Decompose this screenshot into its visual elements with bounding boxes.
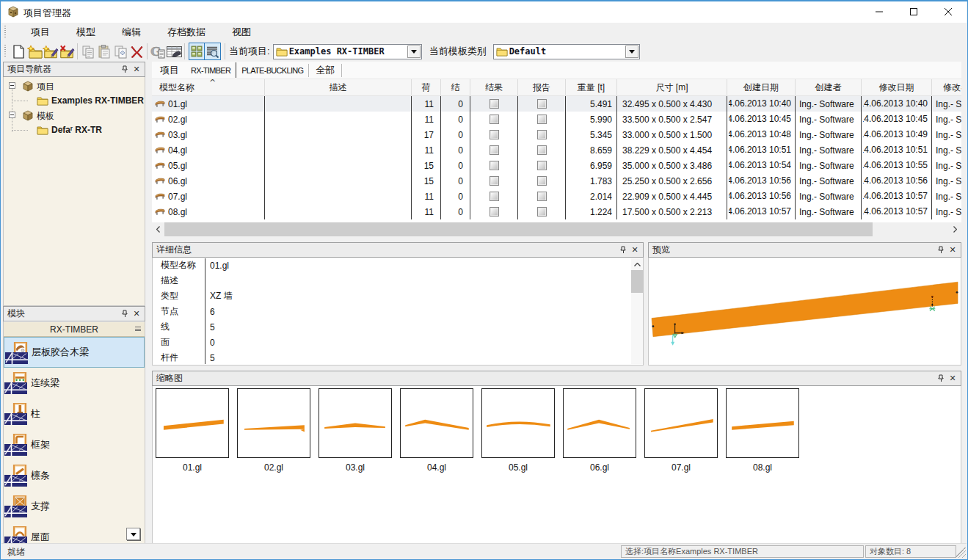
copy-button[interactable] xyxy=(80,43,96,60)
pin-icon[interactable] xyxy=(935,373,947,384)
table-row[interactable]: 05.gl 15 0 6.959 35.000 x 0.500 x 3.486 … xyxy=(152,158,961,173)
thumbnail-image[interactable] xyxy=(481,388,555,458)
column-header-modified[interactable]: 修改日期 xyxy=(862,79,932,95)
thumbnail-image[interactable] xyxy=(237,388,310,458)
results-checkbox[interactable] xyxy=(490,145,499,155)
modules-menu-icon[interactable] xyxy=(135,327,141,332)
new-model-button[interactable] xyxy=(26,43,43,60)
module-item[interactable]: 支撑 xyxy=(4,491,145,522)
thumbnail-image[interactable] xyxy=(319,388,392,458)
report-checkbox[interactable] xyxy=(537,99,547,109)
thumbnail-image[interactable] xyxy=(400,388,473,458)
thumbnail-item[interactable]: 01.gl xyxy=(156,388,237,473)
column-header-modifier[interactable]: 修改者 xyxy=(932,79,961,95)
pin-icon[interactable] xyxy=(935,244,947,255)
thumbnail-image[interactable] xyxy=(156,388,229,458)
module-item[interactable]: 柱 xyxy=(4,399,145,429)
thumbnail-image[interactable] xyxy=(726,388,799,458)
delete-model-button[interactable] xyxy=(59,43,75,60)
open-edit-button[interactable] xyxy=(43,43,59,60)
tab-all[interactable]: 全部 xyxy=(309,64,341,77)
scroll-left-icon[interactable] xyxy=(152,222,164,236)
vertical-splitter[interactable] xyxy=(146,62,152,544)
pin-icon[interactable] xyxy=(119,64,131,75)
tree-label[interactable]: Examples RX-TIMBER xyxy=(51,95,144,106)
table-row[interactable]: 04.gl 11 0 8.659 38.229 x 0.500 x 4.454 … xyxy=(152,142,961,158)
scrollbar-thumb[interactable] xyxy=(164,222,873,236)
details-vertical-scrollbar[interactable] xyxy=(631,258,643,364)
module-item[interactable]: 框架 xyxy=(4,429,145,460)
maximize-button[interactable] xyxy=(896,1,931,23)
column-header-dims[interactable]: 尺寸 [m] xyxy=(617,79,727,95)
delete-button[interactable] xyxy=(128,43,145,60)
thumbnail-item[interactable]: 02.gl xyxy=(237,388,319,473)
results-checkbox[interactable] xyxy=(490,161,499,170)
report-checkbox[interactable] xyxy=(537,114,547,124)
menu-item[interactable]: 项目 xyxy=(18,23,63,41)
thumbnail-image[interactable] xyxy=(644,388,718,458)
close-button[interactable] xyxy=(931,1,965,23)
tab-project[interactable]: 项目 xyxy=(153,64,186,77)
ole-object-button[interactable]: G xyxy=(150,43,166,60)
thumbnail-item[interactable]: 08.gl xyxy=(726,388,807,473)
report-checkbox[interactable] xyxy=(537,145,547,155)
thumbnail-item[interactable]: 06.gl xyxy=(563,388,644,473)
tab-plate-buckling[interactable]: PLATE-BUCKLING xyxy=(236,66,308,75)
report-checkbox[interactable] xyxy=(537,130,547,139)
menu-item[interactable]: 编辑 xyxy=(109,23,154,41)
table-row[interactable]: 01.gl 11 0 5.491 32.495 x 0.500 x 4.430 … xyxy=(152,96,961,112)
tree-node-projects[interactable]: 项目 xyxy=(4,79,145,93)
table-row[interactable]: 06.gl 15 0 1.783 25.250 x 0.500 x 2.656 … xyxy=(152,173,961,189)
pin-icon[interactable] xyxy=(617,244,629,255)
thumbnail-item[interactable]: 05.gl xyxy=(481,388,563,473)
column-header-results[interactable]: 结果 xyxy=(470,79,518,95)
tree-node-default-template[interactable]: Defaʳ RX-TR xyxy=(4,123,145,137)
modules-header[interactable]: RX-TIMBER xyxy=(4,321,145,337)
dropdown-arrow-icon[interactable] xyxy=(625,46,638,58)
menu-item[interactable]: 模型 xyxy=(63,23,109,41)
minimize-button[interactable] xyxy=(862,1,896,23)
results-checkbox[interactable] xyxy=(490,192,499,201)
thumbnail-image[interactable] xyxy=(563,388,636,458)
toolbar-grip[interactable] xyxy=(4,45,7,58)
column-header-weight[interactable]: 重量 [t] xyxy=(566,79,617,95)
menu-grip[interactable] xyxy=(4,26,7,39)
report-checkbox[interactable] xyxy=(537,161,547,170)
current-project-combobox[interactable]: Examples RX-TIMBER xyxy=(273,44,422,59)
thumbnail-item[interactable]: 03.gl xyxy=(319,388,400,473)
modules-scroll-down-button[interactable] xyxy=(126,528,140,540)
new-project-button[interactable] xyxy=(10,43,26,60)
table-edit-button[interactable] xyxy=(166,43,182,60)
collapse-icon[interactable] xyxy=(9,82,15,89)
results-checkbox[interactable] xyxy=(490,207,499,217)
report-checkbox[interactable] xyxy=(537,176,547,186)
scrollbar-thumb[interactable] xyxy=(631,270,643,293)
column-header-report[interactable]: 报告 xyxy=(518,79,566,95)
tab-rx-timber[interactable]: RX-TIMBER xyxy=(186,66,236,75)
column-header-created[interactable]: 创建日期 xyxy=(727,79,796,95)
tree-node-examples[interactable]: Examples RX-TIMBER xyxy=(4,93,145,108)
dropdown-arrow-icon[interactable] xyxy=(407,46,421,58)
results-checkbox[interactable] xyxy=(490,130,499,139)
close-panel-icon[interactable]: ✕ xyxy=(947,373,958,384)
scroll-up-icon[interactable] xyxy=(631,258,643,270)
pin-icon[interactable] xyxy=(119,308,131,319)
tree-label[interactable]: 模板 xyxy=(37,110,54,123)
close-panel-icon[interactable]: ✕ xyxy=(131,64,142,75)
results-checkbox[interactable] xyxy=(490,99,499,109)
menu-item[interactable]: 视图 xyxy=(219,23,264,41)
resize-grip[interactable] xyxy=(956,548,966,558)
table-row[interactable]: 07.gl 11 0 2.014 22.909 x 0.500 x 4.445 … xyxy=(152,189,961,204)
column-header-name[interactable]: 模型名称 ^ xyxy=(152,79,265,95)
report-checkbox[interactable] xyxy=(537,192,547,201)
results-checkbox[interactable] xyxy=(490,114,499,124)
thumbnail-item[interactable]: 04.gl xyxy=(400,388,481,473)
paste-button[interactable] xyxy=(96,43,112,60)
module-item[interactable]: 层板胶合木梁 xyxy=(4,337,145,368)
module-item[interactable]: 连续梁 xyxy=(4,368,145,399)
close-panel-icon[interactable]: ✕ xyxy=(131,308,142,319)
scroll-right-icon[interactable] xyxy=(949,222,961,236)
table-row[interactable]: 02.gl 11 0 5.990 33.500 x 0.500 x 2.547 … xyxy=(152,112,961,127)
module-item[interactable]: 屋面 xyxy=(4,522,145,544)
column-header-cases[interactable]: 结 xyxy=(441,79,470,95)
